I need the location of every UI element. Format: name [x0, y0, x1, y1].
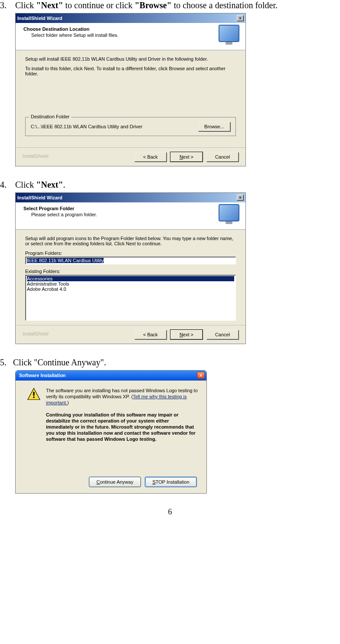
warning-bold-text: Continuing your installation of this sof…	[46, 412, 198, 442]
wizard-footer: InstallShield < Back Next > Cancel	[16, 147, 245, 166]
document-page: 3. Click "Next" to continue or click "Br…	[0, 0, 340, 521]
destination-folder-group: Destination Folder C:\...\IEEE 802.11b W…	[25, 117, 236, 136]
warning-text: The software you are installing has not …	[46, 387, 198, 406]
close-icon[interactable]: ×	[197, 372, 205, 379]
wizard-header: Choose Destination Location Select folde…	[16, 23, 245, 50]
window-title: InstallShield Wizard	[17, 16, 62, 21]
header-title: Choose Destination Location	[23, 26, 240, 32]
existing-folders-list[interactable]: Accessories Administrative Tools Adobe A…	[25, 275, 236, 321]
back-button[interactable]: < Back	[134, 330, 167, 339]
dialog-body: The software you are installing has not …	[16, 381, 206, 493]
destination-path: C:\...\IEEE 802.11b WLAN Cardbus Utility…	[31, 124, 198, 129]
wizard-footer: InstallShield < Back Next > Cancel	[16, 325, 245, 344]
wizard-body: Select Program Folder Please select a pr…	[16, 202, 245, 344]
wizard-content: Setup will add program icons to the Prog…	[16, 230, 245, 325]
close-icon[interactable]: ×	[237, 195, 244, 201]
existing-folders-label: Existing Folders:	[25, 269, 236, 274]
screenshot-3: Software Installation × The software you…	[15, 370, 207, 494]
titlebar[interactable]: Software Installation ×	[16, 371, 206, 381]
content-line-2: To install to this folder, click Next. T…	[25, 66, 236, 76]
close-icon[interactable]: ×	[237, 15, 244, 21]
list-item[interactable]: Adobe Acrobat 4.0	[27, 286, 234, 292]
content-line-1: Setup will install IEEE 802.11b WLAN Car…	[25, 56, 236, 62]
next-button[interactable]: Next >	[170, 152, 203, 162]
wizard-body: Choose Destination Location Select folde…	[16, 23, 245, 166]
wizard-header: Select Program Folder Please select a pr…	[16, 202, 245, 230]
wizard-content: Setup will install IEEE 802.11b WLAN Car…	[16, 50, 245, 147]
page-number: 6	[0, 507, 340, 517]
cancel-button[interactable]: Cancel	[206, 330, 239, 339]
header-subtitle: Please select a program folder.	[31, 212, 240, 217]
list-item[interactable]: Administrative Tools	[27, 281, 234, 286]
next-button[interactable]: Next >	[170, 330, 203, 339]
step-5: 5.Click "Continue Anyway". Software Inst…	[0, 357, 340, 494]
screenshot-2: InstallShield Wizard × Select Program Fo…	[15, 192, 246, 344]
continue-anyway-button[interactable]: Continue Anyway	[89, 477, 141, 487]
dialog-footer: Continue Anyway STOP Installation	[22, 472, 200, 493]
header-title: Select Program Folder	[23, 206, 240, 211]
installshield-brand: InstallShield	[23, 153, 48, 159]
titlebar[interactable]: InstallShield Wizard ×	[16, 193, 245, 202]
header-subtitle: Select folder where Setup will install f…	[31, 33, 240, 38]
program-folders-label: Program Folders:	[25, 250, 236, 256]
step-3: 3. Click "Next" to continue or click "Br…	[0, 0, 340, 166]
program-folder-input[interactable]: IEEE 802.11b WLAN Cardbus Utility	[25, 257, 236, 264]
stop-installation-button[interactable]: STOP Installation	[145, 477, 197, 487]
svg-rect-1	[33, 392, 34, 396]
computer-icon	[219, 204, 240, 226]
step-5-text: 5.Click "Continue Anyway".	[0, 357, 340, 368]
computer-icon	[219, 25, 240, 46]
destination-folder-legend: Destination Folder	[29, 114, 71, 119]
step-4: 4. Click "Next". InstallShield Wizard × …	[0, 179, 340, 344]
titlebar[interactable]: InstallShield Wizard ×	[16, 13, 245, 23]
warning-icon	[27, 387, 41, 401]
list-item[interactable]: Accessories	[27, 276, 234, 281]
step-3-text: 3. Click "Next" to continue or click "Br…	[0, 0, 340, 10]
installshield-brand: InstallShield	[23, 331, 48, 336]
back-button[interactable]: < Back	[134, 152, 167, 162]
svg-rect-2	[33, 397, 34, 398]
window-title: InstallShield Wizard	[17, 195, 62, 200]
cancel-button[interactable]: Cancel	[206, 152, 239, 162]
step-4-text: 4. Click "Next".	[0, 179, 340, 190]
window-title: Software Installation	[19, 373, 66, 378]
browse-button[interactable]: Browse...	[198, 122, 230, 131]
screenshot-1: InstallShield Wizard × Choose Destinatio…	[15, 13, 246, 166]
content-line-1: Setup will add program icons to the Prog…	[25, 236, 236, 246]
